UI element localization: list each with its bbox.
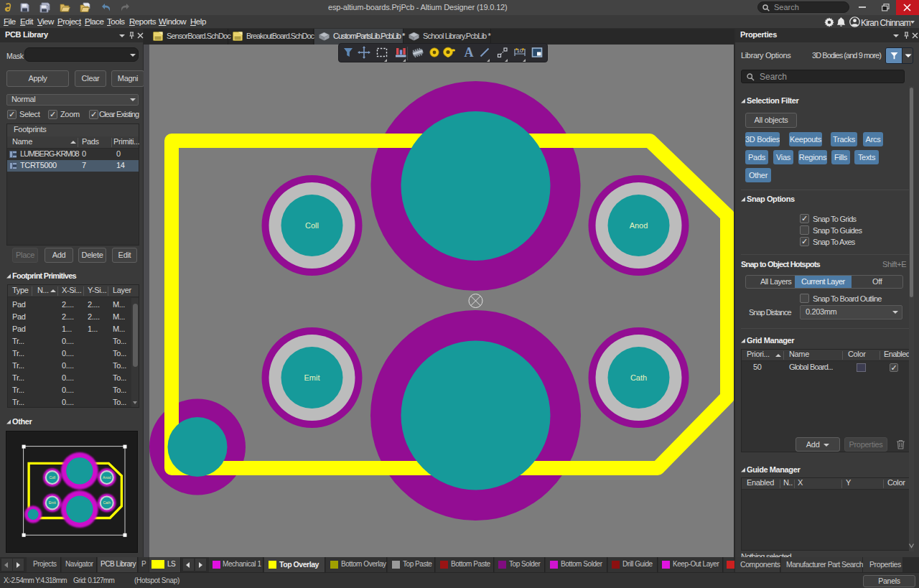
svg-text:Coll: Coll bbox=[49, 475, 55, 480]
svg-text:Cath: Cath bbox=[103, 500, 111, 505]
svg-text:Emit: Emit bbox=[304, 373, 320, 382]
svg-text:Anod: Anod bbox=[103, 475, 111, 480]
svg-text:Anod: Anod bbox=[630, 221, 648, 230]
svg-text:Coll: Coll bbox=[305, 221, 319, 230]
svg-text:Emit: Emit bbox=[49, 500, 57, 505]
svg-text:Cath: Cath bbox=[630, 373, 647, 382]
